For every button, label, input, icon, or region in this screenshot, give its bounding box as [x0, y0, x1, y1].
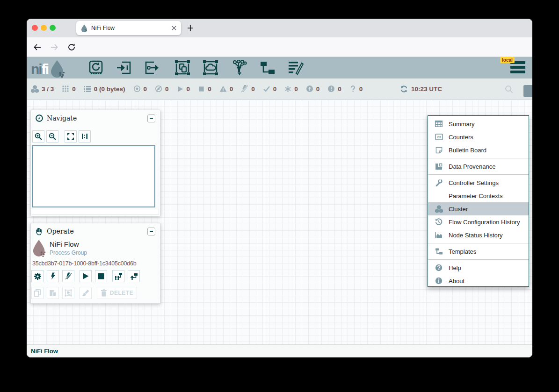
running-play-icon [177, 86, 184, 93]
new-tab-button[interactable] [187, 24, 194, 32]
copy-icon [34, 289, 41, 297]
queued-list-icon [84, 85, 91, 93]
output-port-component-icon[interactable] [144, 60, 160, 76]
info-icon [435, 277, 443, 285]
forward-button[interactable] [50, 43, 58, 51]
svg-text:23: 23 [437, 135, 441, 139]
stopped-square-icon [198, 86, 205, 93]
disable-button[interactable] [62, 270, 74, 282]
not-transmitting-status: 0 [155, 85, 169, 93]
label-component-icon[interactable] [288, 60, 304, 76]
bolt-icon [50, 272, 57, 280]
up-to-date-status: 0 [263, 85, 277, 93]
paste-button[interactable] [47, 287, 59, 299]
menu-item-summary[interactable]: Summary [428, 117, 529, 130]
copy-button[interactable] [31, 287, 44, 299]
menu-item-flow-configuration-history[interactable]: Flow Configuration History [428, 215, 529, 228]
delete-button[interactable]: DELETE [97, 287, 137, 299]
minimap-footer [32, 209, 159, 215]
arrow-up-circle-icon [306, 85, 313, 93]
reload-button[interactable] [67, 43, 76, 51]
disabled-status: 0 [241, 85, 255, 93]
template-component-icon[interactable] [260, 60, 276, 76]
process-group-drop-icon [32, 239, 47, 258]
collapse-operate-button[interactable] [147, 228, 155, 235]
start-play-icon [82, 272, 89, 280]
template-icon [435, 248, 443, 255]
trash-icon [101, 289, 107, 297]
browser-tab[interactable]: NiFi Flow [76, 21, 181, 35]
check-icon [263, 85, 270, 93]
menu-separator [428, 242, 529, 245]
threads-grid-icon [62, 85, 69, 93]
selected-component-type: Process Group [50, 249, 87, 256]
upload-template-button[interactable] [128, 270, 140, 282]
queued-status: 0 (0 bytes) [84, 85, 125, 93]
cubes-icon [435, 205, 443, 213]
zoom-actual-size-button[interactable] [79, 130, 91, 143]
nifi-header: ni fi [27, 57, 532, 78]
bulletin-button[interactable] [523, 85, 532, 97]
start-button[interactable] [80, 270, 92, 282]
stop-button[interactable] [95, 270, 107, 282]
configure-button[interactable] [31, 270, 44, 282]
menu-item-templates[interactable]: Templates [428, 245, 529, 258]
processor-component-icon[interactable] [88, 60, 104, 76]
menu-item-parameter-contexts[interactable]: Parameter Contexts [428, 189, 529, 202]
back-button[interactable] [33, 43, 42, 51]
menu-item-controller-settings[interactable]: Controller Settings [428, 176, 529, 189]
browser-tab-bar: NiFi Flow [27, 19, 532, 37]
remote-process-group-component-icon[interactable] [203, 60, 218, 76]
menu-item-data-provenance[interactable]: Data Provenance [428, 160, 529, 173]
exclamation-circle-icon [327, 85, 335, 93]
search-icon[interactable] [505, 85, 513, 93]
gear-icon [34, 272, 42, 280]
window-close-button[interactable] [32, 25, 38, 31]
menu-item-cluster[interactable]: Cluster [428, 202, 529, 215]
zoom-in-button[interactable] [32, 130, 44, 143]
operate-panel: Operate NiFi Flow Process Group 35cbd3b7… [30, 223, 160, 304]
menu-item-counters[interactable]: 23 Counters [428, 130, 529, 143]
transmitting-icon [133, 85, 141, 93]
group-marquee-icon [65, 289, 72, 297]
tab-close-icon[interactable] [172, 26, 176, 30]
menu-item-bulletin-board[interactable]: Bulletin Board [428, 143, 529, 157]
running-status: 0 [177, 86, 190, 93]
question-icon [349, 85, 356, 93]
enable-button[interactable] [47, 270, 59, 282]
menu-item-about[interactable]: About [428, 274, 529, 287]
menu-separator [428, 173, 529, 176]
menu-item-node-status-history[interactable]: Node Status History [428, 228, 529, 242]
save-template-button[interactable] [112, 270, 124, 282]
breadcrumb[interactable]: NiFi Flow [31, 348, 58, 355]
nifi-drop-logo [49, 60, 66, 78]
one-to-one-icon [81, 133, 88, 140]
connected-nodes-status: 3 / 3 [31, 85, 54, 93]
funnel-component-icon[interactable] [232, 60, 247, 76]
birdseye-minimap[interactable] [32, 145, 155, 207]
fill-color-button[interactable] [80, 287, 92, 299]
group-button[interactable] [62, 287, 74, 299]
cluster-icon [31, 85, 39, 93]
save-template-icon [115, 272, 123, 280]
window-minimize-button[interactable] [41, 25, 47, 31]
window-zoom-button[interactable] [50, 25, 56, 31]
process-group-component-icon[interactable] [174, 60, 190, 76]
zoom-out-icon [49, 133, 56, 140]
zoom-out-button[interactable] [46, 130, 58, 143]
collapse-navigate-button[interactable] [147, 114, 155, 122]
locally-modified-stale-status: 0 [327, 85, 341, 93]
paste-icon [49, 289, 57, 297]
area-chart-icon [435, 232, 443, 239]
input-port-component-icon[interactable] [116, 60, 132, 76]
refresh-icon[interactable] [400, 85, 408, 93]
asterisk-icon [284, 86, 291, 93]
table-icon [435, 121, 443, 127]
hand-pointer-icon [36, 228, 43, 235]
invalid-warning-icon [219, 85, 227, 93]
global-menu-button[interactable] [510, 61, 525, 75]
zoom-fit-button[interactable] [65, 130, 77, 143]
selected-component-id[interactable]: 35cbd3b7-017b-1000-8bff-1c3405c00d6b [32, 260, 137, 267]
menu-item-help[interactable]: Help [428, 261, 529, 274]
wrench-icon [435, 179, 443, 186]
